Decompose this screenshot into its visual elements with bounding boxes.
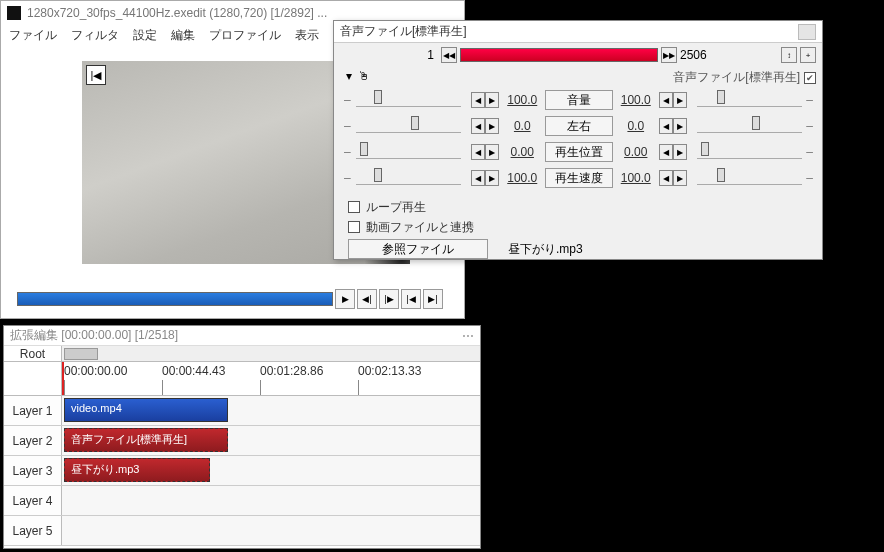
param-left-stepper[interactable]: ◀▶	[471, 144, 499, 160]
menu-edit[interactable]: 編集	[171, 27, 195, 43]
timeline-root-button[interactable]: Root	[4, 346, 62, 361]
param-right-slider[interactable]	[697, 171, 802, 185]
chevron-left-icon[interactable]: ◀	[659, 118, 673, 134]
param-name-button[interactable]: 再生速度	[545, 168, 612, 188]
param-right-stepper[interactable]: ◀▶	[659, 118, 687, 134]
timeline-title: 拡張編集 [00:00:00.00] [1/2518]	[10, 327, 178, 344]
menu-profile[interactable]: プロファイル	[209, 27, 281, 43]
chevron-left-icon[interactable]: ◀	[659, 144, 673, 160]
loop-checkbox-row[interactable]: ループ再生	[348, 197, 474, 217]
param-left-value[interactable]: 0.0	[503, 119, 541, 133]
menu-settings[interactable]: 設定	[133, 27, 157, 43]
param-right-value[interactable]: 0.0	[617, 119, 655, 133]
param-right-value[interactable]: 0.00	[617, 145, 655, 159]
timeline-clip[interactable]: 音声ファイル[標準再生]	[64, 428, 228, 452]
timeline-titlebar[interactable]: 拡張編集 [00:00:00.00] [1/2518] ⋯	[4, 326, 480, 346]
hscroll-thumb[interactable]	[64, 348, 98, 360]
swap-icon[interactable]: ↕	[781, 47, 797, 63]
reference-file-button[interactable]: 参照ファイル	[348, 239, 488, 259]
layer-track[interactable]	[62, 486, 480, 515]
chevron-left-icon[interactable]: ◀	[659, 170, 673, 186]
chevron-right-icon[interactable]: ▶	[673, 170, 687, 186]
param-left-stepper[interactable]: ◀▶	[471, 92, 499, 108]
timeline-menu-icon[interactable]: ⋯	[462, 329, 474, 343]
parameter-grid: –◀▶100.0音量100.0◀▶––◀▶0.0左右0.0◀▶––◀▶0.00再…	[344, 87, 814, 191]
menu-filter[interactable]: フィルタ	[71, 27, 119, 43]
param-right-stepper[interactable]: ◀▶	[659, 170, 687, 186]
timeline-hscroll[interactable]	[62, 346, 480, 361]
loop-checkbox[interactable]	[348, 201, 360, 213]
chevron-left-icon[interactable]: ◀	[471, 92, 485, 108]
play-button[interactable]: ▶	[335, 289, 355, 309]
layer-label[interactable]: Layer 3	[4, 456, 62, 485]
layer-track[interactable]	[62, 516, 480, 545]
layer-label[interactable]: Layer 4	[4, 486, 62, 515]
param-left-slider[interactable]	[356, 171, 461, 185]
frame-range-bar[interactable]	[460, 48, 658, 62]
timeline-clip[interactable]: 昼下がり.mp3	[64, 458, 210, 482]
property-titlebar[interactable]: 音声ファイル[標準再生]	[334, 21, 822, 43]
chevron-right-icon[interactable]: ▶	[673, 92, 687, 108]
property-title: 音声ファイル[標準再生]	[340, 23, 467, 40]
timeline-window: 拡張編集 [00:00:00.00] [1/2518] ⋯ Root 00:00…	[3, 325, 481, 549]
chevron-left-icon[interactable]: ◀	[471, 118, 485, 134]
step-fwd-button[interactable]: |▶	[379, 289, 399, 309]
param-left-slider[interactable]	[356, 119, 461, 133]
close-icon[interactable]	[798, 24, 816, 40]
chevron-left-icon[interactable]: ◀	[471, 170, 485, 186]
ruler-track[interactable]: 00:00:00.0000:00:44.4300:01:28.8600:02:1…	[62, 362, 480, 395]
chevron-right-icon[interactable]: ▶	[485, 170, 499, 186]
param-left-stepper[interactable]: ◀▶	[471, 170, 499, 186]
reference-file-name: 昼下がり.mp3	[508, 241, 583, 258]
param-left-stepper[interactable]: ◀▶	[471, 118, 499, 134]
param-right-stepper[interactable]: ◀▶	[659, 144, 687, 160]
add-icon[interactable]: +	[800, 47, 816, 63]
frame-end-next-icon[interactable]: ▶▶	[661, 47, 677, 63]
object-enable-checkbox[interactable]: ✔	[804, 72, 816, 84]
menu-file[interactable]: ファイル	[9, 27, 57, 43]
param-right-slider[interactable]	[697, 93, 802, 107]
chevron-left-icon[interactable]: ◀	[471, 144, 485, 160]
param-name-button[interactable]: 再生位置	[545, 142, 612, 162]
timeline-layer: Layer 3昼下がり.mp3	[4, 456, 480, 486]
param-right-slider[interactable]	[697, 145, 802, 159]
param-left-value[interactable]: 100.0	[503, 171, 541, 185]
param-right-value[interactable]: 100.0	[617, 93, 655, 107]
step-back-button[interactable]: ◀|	[357, 289, 377, 309]
chevron-right-icon[interactable]: ▶	[485, 118, 499, 134]
link-checkbox[interactable]	[348, 221, 360, 233]
chevron-right-icon[interactable]: ▶	[673, 144, 687, 160]
param-row-左右: –◀▶0.0左右0.0◀▶–	[344, 113, 814, 139]
anchor-toggle-icon[interactable]: ▾	[346, 69, 352, 83]
timeline-clip[interactable]: video.mp4	[64, 398, 228, 422]
chevron-right-icon[interactable]: ▶	[673, 118, 687, 134]
param-name-button[interactable]: 左右	[545, 116, 612, 136]
param-left-value[interactable]: 100.0	[503, 93, 541, 107]
goto-end-button[interactable]: ▶|	[423, 289, 443, 309]
param-left-slider[interactable]	[356, 145, 461, 159]
frame-end[interactable]: 2506	[680, 48, 720, 62]
layer-label[interactable]: Layer 1	[4, 396, 62, 425]
param-left-value[interactable]: 0.00	[503, 145, 541, 159]
frame-start[interactable]: 1	[398, 48, 438, 62]
layer-label[interactable]: Layer 5	[4, 516, 62, 545]
menu-view[interactable]: 表示	[295, 27, 319, 43]
chevron-right-icon[interactable]: ▶	[485, 92, 499, 108]
param-right-value[interactable]: 100.0	[617, 171, 655, 185]
chevron-left-icon[interactable]: ◀	[659, 92, 673, 108]
goto-start-button[interactable]: |◀	[401, 289, 421, 309]
param-right-slider[interactable]	[697, 119, 802, 133]
param-left-slider[interactable]	[356, 93, 461, 107]
layer-track[interactable]: 昼下がり.mp3	[62, 456, 480, 485]
layer-track[interactable]: 音声ファイル[標準再生]	[62, 426, 480, 455]
param-right-stepper[interactable]: ◀▶	[659, 92, 687, 108]
frame-start-prev-icon[interactable]: ◀◀	[441, 47, 457, 63]
param-name-button[interactable]: 音量	[545, 90, 612, 110]
chevron-right-icon[interactable]: ▶	[485, 144, 499, 160]
seek-bar[interactable]	[17, 292, 333, 306]
link-checkbox-row[interactable]: 動画ファイルと連携	[348, 217, 474, 237]
layer-track[interactable]: video.mp4	[62, 396, 480, 425]
mouse-icon[interactable]: 🖱	[358, 69, 370, 83]
layer-label[interactable]: Layer 2	[4, 426, 62, 455]
goto-start-icon[interactable]: |◀	[86, 65, 106, 85]
